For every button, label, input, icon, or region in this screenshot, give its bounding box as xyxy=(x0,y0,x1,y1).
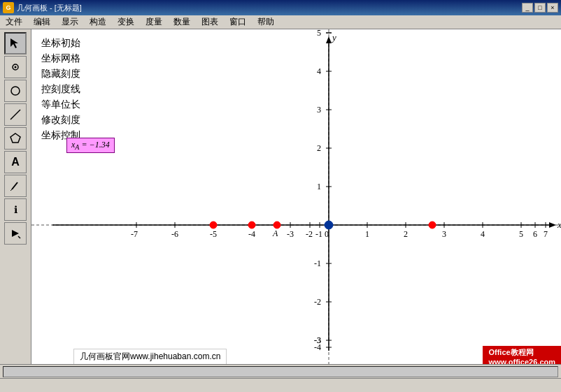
menu-file[interactable]: 文件 xyxy=(0,15,28,29)
svg-text:3: 3 xyxy=(442,229,446,239)
value-label-text: xA = −1.34 xyxy=(71,140,110,150)
compass-tool[interactable] xyxy=(4,80,27,102)
title-text: 几何画板 - [无标题] xyxy=(17,3,522,13)
svg-text:3: 3 xyxy=(317,105,321,115)
menu-transform[interactable]: 变换 xyxy=(112,15,140,29)
svg-text:x: x xyxy=(557,219,561,230)
watermark-bar: 几何画板官网www.jihehuaban.com.cn Office教程网 ww… xyxy=(31,349,561,364)
menu-help[interactable]: 帮助 xyxy=(252,15,280,29)
svg-text:-2: -2 xyxy=(306,229,313,239)
watermark-right: Office教程网 www.office26.com xyxy=(483,346,561,365)
svg-point-72 xyxy=(274,222,280,228)
svg-point-71 xyxy=(248,222,255,228)
watermark-right-line2: www.office26.com xyxy=(488,358,555,365)
menu-item-hide-scale[interactable]: 隐藏刻度 xyxy=(38,67,83,81)
svg-text:1: 1 xyxy=(365,229,369,239)
info-tool[interactable]: ℹ xyxy=(4,198,27,221)
content-area: 坐标初始 坐标网格 隐藏刻度 控刻度线 等单位长 修改刻度 坐标控制 xyxy=(31,29,561,364)
custom-tool[interactable] xyxy=(4,222,27,245)
minimize-button[interactable]: _ xyxy=(522,3,533,13)
svg-text:5: 5 xyxy=(519,229,523,239)
menu-edit[interactable]: 编辑 xyxy=(28,15,56,29)
menu-item-coord-init[interactable]: 坐标初始 xyxy=(38,36,83,50)
svg-text:5: 5 xyxy=(317,29,321,38)
text-tool[interactable]: A xyxy=(4,151,27,173)
value-label: xA = −1.34 xyxy=(66,138,115,153)
svg-text:1: 1 xyxy=(317,182,321,191)
menu-window[interactable]: 窗口 xyxy=(224,15,252,29)
svg-marker-15 xyxy=(326,36,332,43)
menu-item-coord-grid[interactable]: 坐标网格 xyxy=(38,52,83,66)
svg-marker-5 xyxy=(10,133,20,143)
graph-area[interactable]: -7 -6 -5 -4 -3 -2 -1 0 xyxy=(31,29,561,364)
svg-text:-7: -7 xyxy=(131,229,138,239)
svg-point-70 xyxy=(210,222,217,228)
menu-measure[interactable]: 度量 xyxy=(140,15,168,29)
menu-item-equal-unit[interactable]: 等单位长 xyxy=(38,98,83,112)
svg-marker-8 xyxy=(12,230,19,237)
main-area: A ℹ 坐标初始 坐标网格 隐藏刻度 控刻度线 等单位长 修改刻度 坐标控制 xyxy=(0,29,561,364)
point-tool[interactable] xyxy=(4,56,27,78)
svg-text:4: 4 xyxy=(481,229,485,239)
watermark-right-line1: Office教程网 xyxy=(488,348,533,356)
svg-point-3 xyxy=(11,87,20,95)
svg-text:0: 0 xyxy=(325,229,329,239)
svg-line-4 xyxy=(10,110,20,119)
menu-item-modify-scale[interactable]: 修改刻度 xyxy=(38,113,83,127)
svg-text:2: 2 xyxy=(317,143,321,153)
svg-point-2 xyxy=(15,66,17,68)
svg-text:2: 2 xyxy=(404,229,408,239)
svg-text:-5: -5 xyxy=(210,229,217,239)
close-button[interactable]: × xyxy=(547,3,558,13)
marker-tool[interactable] xyxy=(4,175,27,197)
svg-text:6: 6 xyxy=(533,229,537,239)
polygon-tool[interactable] xyxy=(4,127,27,150)
horizontal-scrollbar[interactable] xyxy=(3,366,558,377)
watermark-left: 几何画板官网www.jihehuaban.com.cn xyxy=(73,349,227,365)
svg-text:-6: -6 xyxy=(171,229,178,239)
svg-text:A: A xyxy=(272,228,278,238)
app-icon: G xyxy=(3,2,14,13)
svg-point-74 xyxy=(325,221,333,229)
svg-text:y: y xyxy=(331,32,336,43)
svg-text:7: 7 xyxy=(544,229,548,239)
menu-construct[interactable]: 构造 xyxy=(84,15,112,29)
scroll-area[interactable] xyxy=(0,364,561,378)
menu-graph[interactable]: 图表 xyxy=(196,15,224,29)
svg-text:-1: -1 xyxy=(315,229,322,239)
svg-line-6 xyxy=(12,182,17,189)
svg-text:-2: -2 xyxy=(314,297,321,307)
graph-svg: -7 -6 -5 -4 -3 -2 -1 0 xyxy=(31,29,561,364)
title-bar: G 几何画板 - [无标题] _ □ × xyxy=(0,0,561,15)
menu-number[interactable]: 数量 xyxy=(168,15,196,29)
pointer-tool[interactable] xyxy=(4,32,27,55)
svg-line-9 xyxy=(18,236,20,238)
svg-text:-1: -1 xyxy=(314,259,321,268)
svg-text:-3: -3 xyxy=(287,229,294,239)
svg-text:-4: -4 xyxy=(248,229,255,239)
line-tool[interactable] xyxy=(4,103,27,126)
svg-marker-0 xyxy=(10,38,18,48)
menu-item-ctrl-scale[interactable]: 控刻度线 xyxy=(38,82,83,96)
status-bar xyxy=(0,378,561,392)
menu-bar: 文件 编辑 显示 构造 变换 度量 数量 图表 窗口 帮助 xyxy=(0,15,561,29)
title-buttons: _ □ × xyxy=(522,3,558,13)
maximize-button[interactable]: □ xyxy=(534,3,546,13)
toolbar: A ℹ xyxy=(0,29,31,364)
left-context-menu: 坐标初始 坐标网格 隐藏刻度 控刻度线 等单位长 修改刻度 坐标控制 xyxy=(38,36,83,143)
svg-point-75 xyxy=(429,222,436,228)
svg-text:4: 4 xyxy=(317,66,321,76)
menu-display[interactable]: 显示 xyxy=(56,15,84,29)
svg-marker-13 xyxy=(549,222,556,228)
